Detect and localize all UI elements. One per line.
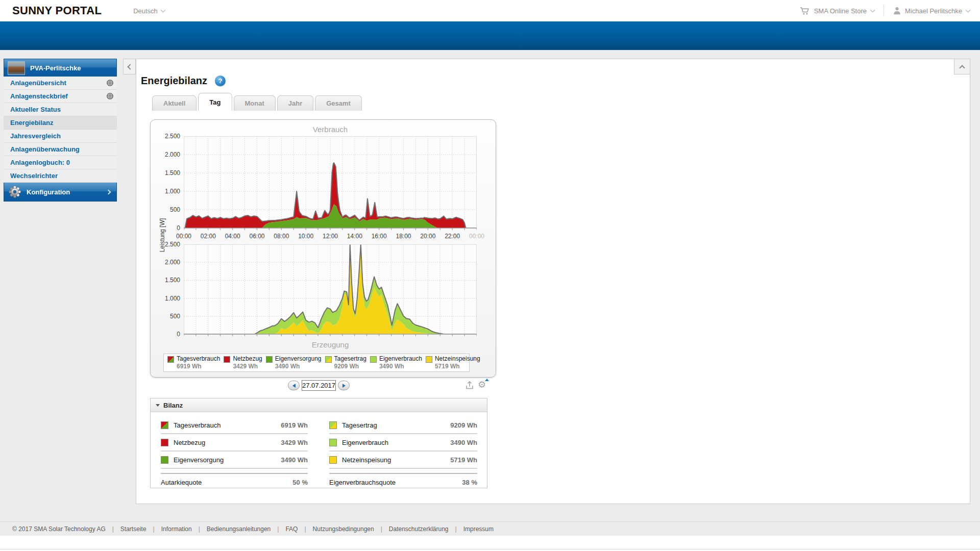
sidebar-collapse-button[interactable]	[123, 59, 136, 74]
legend-swatch	[224, 356, 230, 363]
tab-jahr[interactable]: Jahr	[277, 95, 313, 111]
bilanz-swatch	[161, 439, 168, 446]
footer-link-faq[interactable]: FAQ	[285, 525, 298, 533]
bilanz-quote-row: Autarkiequote50 %	[161, 473, 308, 490]
bilanz-swatch	[329, 456, 337, 464]
previous-day-button[interactable]	[288, 381, 300, 390]
bilanz-value: 3490 Wh	[450, 439, 477, 446]
export-icon[interactable]	[464, 380, 475, 392]
bilanz-value: 9209 Wh	[450, 421, 477, 429]
sidebar-item-label: Wechselrichter	[10, 172, 58, 180]
legend-value: 3429 Wh	[233, 363, 262, 370]
bilanz-swatch	[329, 421, 337, 429]
bilanz-panel: Bilanz Tagesverbrauch6919 Wh Netzbezug34…	[150, 398, 487, 488]
footer-link-bedienungsanleitungen[interactable]: Bedienungsanleitungen	[207, 525, 271, 533]
user-icon	[893, 7, 901, 15]
bilanz-row: Eigenversorgung3490 Wh	[161, 452, 308, 469]
bilanz-label: Netzeinspeisung	[342, 456, 391, 464]
sidebar-item-aktueller-status[interactable]: Aktueller Status	[4, 103, 117, 116]
legend-item: Eigenversorgung3490 Wh	[262, 355, 322, 370]
chart-card: Verbrauch 05001.0001.5002.0002.50000:000…	[150, 119, 496, 378]
sidebar-item-label: Anlagenlogbuch: 0	[10, 159, 70, 166]
tab-tag[interactable]: Tag	[198, 93, 232, 111]
footer-link-information[interactable]: Information	[161, 525, 192, 533]
user-menu[interactable]: Michael Perlitschke	[893, 7, 970, 15]
bilanz-header[interactable]: Bilanz	[151, 398, 487, 412]
page-title: Energiebilanz	[141, 75, 207, 87]
y-tick-label: 1.500	[156, 277, 180, 284]
bilanz-row: Eigenverbrauch3490 Wh	[329, 434, 477, 452]
sidebar-item-energiebilanz[interactable]: Energiebilanz	[4, 116, 117, 130]
bilanz-label: Eigenversorgung	[174, 456, 224, 464]
sidebar-item-jahresvergleich[interactable]: Jahresvergleich	[4, 130, 117, 143]
y-tick-label: 2.500	[156, 133, 180, 140]
legend-item: Netzeinspeisung5719 Wh	[422, 355, 480, 370]
legend-swatch	[370, 356, 377, 363]
header-separator	[884, 6, 884, 16]
x-tick-label: 00:00	[176, 233, 191, 240]
footer-separator	[455, 525, 457, 533]
sidebar-item-wechselrichter[interactable]: Wechselrichter	[4, 169, 117, 183]
bilanz-value: 38 %	[462, 479, 477, 486]
bilanz-row: Netzeinspeisung5719 Wh	[329, 452, 477, 469]
verbrauch-chart: 05001.0001.5002.0002.50000:0002:0004:000…	[184, 136, 477, 231]
footer-separator	[199, 525, 200, 533]
legend-item: Netzbezug3429 Wh	[220, 355, 262, 370]
footer-link-startseite[interactable]: Startseite	[120, 525, 146, 533]
konfiguration-label: Konfiguration	[27, 188, 70, 196]
online-store-link[interactable]: SMA Online Store	[800, 7, 874, 15]
legend-value: 3490 Wh	[275, 363, 322, 370]
sidebar-item-konfiguration[interactable]: Konfiguration	[4, 183, 117, 202]
tab-label: Gesamt	[326, 99, 351, 107]
footer-separator	[153, 525, 155, 533]
bilanz-label: Autarkiequote	[161, 479, 202, 486]
cart-icon	[800, 7, 810, 15]
tab-monat[interactable]: Monat	[234, 95, 276, 111]
tab-label: Tag	[209, 98, 220, 106]
y-tick-label: 1.000	[156, 295, 180, 302]
sidebar: PVA-Perlitschke Anlagenübersicht Anlagen…	[4, 59, 117, 202]
erzeugung-chart-title: Erzeugung	[184, 340, 477, 349]
y-tick-label: 500	[156, 313, 180, 320]
x-tick-label: 00:00	[469, 233, 484, 240]
footer-link-nutzungsbedingungen[interactable]: Nutzungsbedingungen	[313, 525, 374, 533]
bilanz-value: 3490 Wh	[281, 456, 308, 464]
legend-name: Netzeinspeisung	[435, 355, 480, 363]
scroll-top-button[interactable]	[954, 59, 970, 74]
x-tick-label: 22:00	[445, 233, 460, 240]
plant-thumbnail	[8, 61, 25, 75]
globe-icon	[107, 93, 113, 99]
sidebar-item-label: Anlagenüberwachung	[10, 145, 80, 153]
date-input[interactable]	[302, 380, 336, 391]
footer-separator	[112, 525, 114, 533]
help-icon[interactable]: ?	[215, 76, 226, 86]
y-tick-label: 2.000	[156, 259, 180, 266]
sidebar-item-anlagenlogbuch[interactable]: Anlagenlogbuch: 0	[4, 156, 117, 169]
footer-link-impressum[interactable]: Impressum	[463, 525, 494, 533]
x-tick-label: 14:00	[347, 233, 362, 240]
legend-value: 9209 Wh	[334, 363, 366, 370]
copyright-text: © 2017 SMA Solar Technology AG	[12, 525, 106, 533]
header-right: SMA Online Store Michael Perlitschke	[800, 6, 970, 16]
sidebar-item-anlagenueberwachung[interactable]: Anlagenüberwachung	[4, 143, 117, 156]
x-tick-label: 16:00	[372, 233, 387, 240]
next-day-button[interactable]	[338, 381, 350, 390]
footer-link-datenschutzerklaerung[interactable]: Datenschutzerklärung	[389, 525, 449, 533]
sidebar-item-anlagensteckbrief[interactable]: Anlagensteckbrief	[4, 90, 117, 103]
chevron-down-icon	[870, 7, 875, 12]
tab-gesamt[interactable]: Gesamt	[315, 95, 362, 111]
arrow-left-icon	[292, 384, 296, 388]
sidebar-item-anlagenuebersicht[interactable]: Anlagenübersicht	[4, 77, 117, 90]
y-tick-label: 2.500	[156, 241, 180, 248]
legend-item: Eigenverbrauch3490 Wh	[366, 355, 422, 370]
x-tick-label: 04:00	[225, 233, 240, 240]
x-tick-label: 06:00	[249, 233, 264, 240]
legend-swatch	[426, 356, 432, 363]
sidebar-item-label: Anlagenübersicht	[10, 79, 66, 87]
legend-swatch	[167, 356, 174, 363]
x-tick-label: 10:00	[298, 233, 313, 240]
tab-aktuell[interactable]: Aktuell	[152, 95, 197, 111]
plant-header[interactable]: PVA-Perlitschke	[4, 59, 117, 77]
erzeugung-chart: 05001.0001.5002.0002.500	[184, 244, 477, 337]
language-selector[interactable]: Deutsch	[133, 7, 165, 15]
